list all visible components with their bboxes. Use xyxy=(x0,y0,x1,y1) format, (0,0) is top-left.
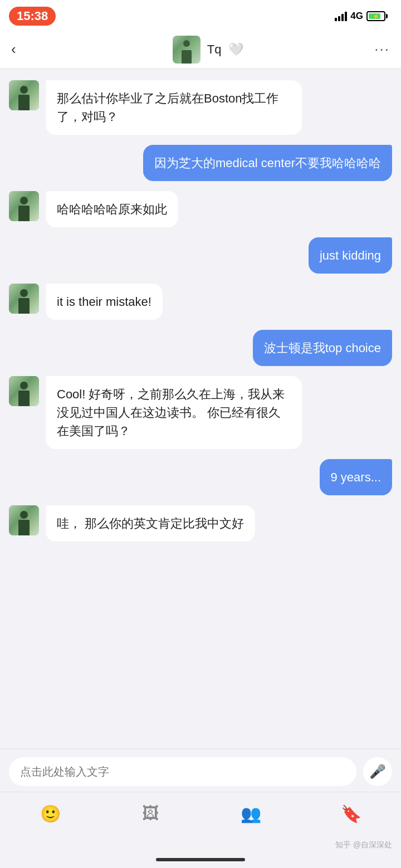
message-bubble: 那么估计你毕业了之后就在Boston找工作了，对吗？ xyxy=(46,80,302,135)
message-row: 9 years... xyxy=(9,459,392,495)
nav-center: Tq 🤍 xyxy=(41,36,374,64)
image-button[interactable]: 🖼 xyxy=(135,798,166,829)
message-row: just kidding xyxy=(9,237,392,274)
signal-icon xyxy=(335,11,347,21)
message-input[interactable] xyxy=(9,757,356,786)
message-row: 哈哈哈哈哈原来如此 xyxy=(9,191,392,227)
emoji-button[interactable]: 🙂 xyxy=(35,798,66,829)
message-bubble: 波士顿是我top choice xyxy=(253,330,392,366)
message-bubble: Cool! 好奇呀，之前那么久在上海，我从来没见过中国人在这边读书。 你已经有很… xyxy=(46,376,302,449)
bottom-toolbar: 🙂 🖼 👥 🔖 xyxy=(0,792,401,838)
back-button[interactable]: ‹ xyxy=(11,41,33,58)
watermark: 知乎 @自深深处 xyxy=(0,838,401,854)
message-row: Cool! 好奇呀，之前那么久在上海，我从来没见过中国人在这边读书。 你已经有很… xyxy=(9,376,392,449)
heart-icon[interactable]: 🤍 xyxy=(228,42,243,57)
nav-bar: ‹ Tq 🤍 ··· xyxy=(0,30,401,69)
chat-area: 那么估计你毕业了之后就在Boston找工作了，对吗？因为芝大的medical c… xyxy=(0,69,401,749)
message-bubble: 因为芝大的medical center不要我哈哈哈哈 xyxy=(143,145,392,181)
sender-avatar xyxy=(9,191,39,221)
emoji-icon: 🙂 xyxy=(40,804,61,823)
message-bubble: 9 years... xyxy=(320,459,392,495)
message-row: 波士顿是我top choice xyxy=(9,330,392,366)
message-bubble: 哈哈哈哈哈原来如此 xyxy=(46,191,178,227)
contact-button[interactable]: 👥 xyxy=(235,798,266,829)
contact-avatar xyxy=(173,36,200,64)
image-icon: 🖼 xyxy=(142,804,159,823)
message-row: it is their mistake! xyxy=(9,284,392,320)
input-bar: 🎤 xyxy=(0,749,401,792)
favorite-button[interactable]: 🔖 xyxy=(335,798,366,829)
message-row: 哇， 那么你的英文肯定比我中文好 xyxy=(9,505,392,542)
home-indicator xyxy=(0,854,401,868)
contact-name: Tq xyxy=(207,42,222,57)
status-time: 15:38 xyxy=(9,7,56,26)
sender-avatar xyxy=(9,376,39,406)
mic-icon: 🎤 xyxy=(369,764,386,779)
mic-button[interactable]: 🎤 xyxy=(363,757,392,786)
sender-avatar xyxy=(9,80,39,110)
home-bar xyxy=(156,858,245,861)
favorite-icon: 🔖 xyxy=(341,804,361,823)
message-bubble: just kidding xyxy=(309,237,392,274)
message-bubble: it is their mistake! xyxy=(46,284,163,320)
network-type: 4G xyxy=(350,11,363,22)
contact-icon: 👥 xyxy=(241,804,261,823)
status-bar: 15:38 4G ⚡ xyxy=(0,0,401,30)
message-row: 因为芝大的medical center不要我哈哈哈哈 xyxy=(9,145,392,181)
sender-avatar xyxy=(9,284,39,314)
message-row: 那么估计你毕业了之后就在Boston找工作了，对吗？ xyxy=(9,80,392,135)
more-button[interactable]: ··· xyxy=(374,41,390,58)
input-row: 🎤 xyxy=(9,757,392,786)
sender-avatar xyxy=(9,505,39,535)
message-bubble: 哇， 那么你的英文肯定比我中文好 xyxy=(46,505,255,542)
battery-icon: ⚡ xyxy=(366,11,388,21)
status-icons: 4G ⚡ xyxy=(335,11,388,22)
